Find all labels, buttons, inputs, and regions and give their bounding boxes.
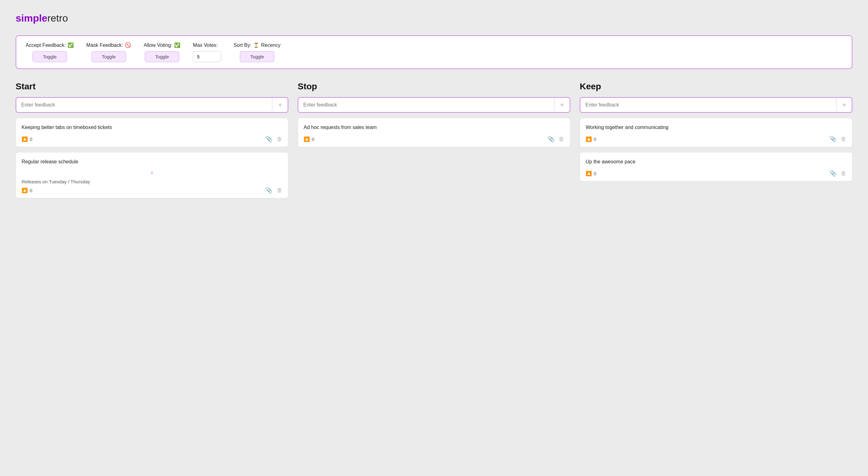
start-card-1-text: Keeping better tabs on timeboxed tickets [22,124,282,131]
vote-up-icon-3: 🔼 [304,136,310,142]
stop-column: Stop + Ad hoc requests from sales team 🔼… [298,81,570,203]
paperclip-icon-5[interactable]: 📎 [830,170,836,177]
sort-by-setting: Sort By: ⏳ Recency Toggle [234,42,280,62]
keep-card-1-actions: 📎 🗑 [830,136,846,142]
start-card-2-text: Regular release schedule [22,158,282,166]
mask-feedback-label: Mask Feedback: 🚫 [86,42,131,48]
accept-feedback-label: Accept Feedback: ✅ [26,42,74,48]
start-add-button[interactable]: + [272,98,288,112]
sort-by-label: Sort By: ⏳ Recency [234,42,280,48]
accept-feedback-icon: ✅ [67,42,74,48]
keep-column: Keep + Working together and communicatin… [580,81,852,203]
stop-card-1-actions: 📎 🗑 [548,136,564,142]
start-card-2-votes: 🔼 0 [22,188,32,193]
trash-icon-2[interactable]: 🗑 [277,187,282,194]
stop-column-title: Stop [298,81,570,92]
sort-by-toggle[interactable]: Toggle [240,51,274,62]
stop-card-1-text: Ad hoc requests from sales team [304,124,564,131]
stop-card-1: Ad hoc requests from sales team 🔼 0 📎 🗑 [298,118,570,147]
vote-up-icon-4: 🔼 [586,136,592,142]
keep-card-1: Working together and communicating 🔼 0 📎… [580,118,852,147]
start-card-1-votes: 🔼 0 [22,136,32,142]
start-column-title: Start [16,81,288,92]
start-card-2-plus: + [22,170,282,176]
vote-up-icon-5: 🔼 [586,171,592,176]
columns-container: Start + Keeping better tabs on timeboxed… [16,81,852,203]
keep-feedback-input[interactable] [580,98,836,112]
start-feedback-input[interactable] [16,98,272,112]
allow-voting-toggle[interactable]: Toggle [145,51,179,62]
accept-feedback-toggle[interactable]: Toggle [33,51,67,62]
accept-feedback-setting: Accept Feedback: ✅ Toggle [26,42,74,62]
stop-feedback-input-row: + [298,97,570,113]
keep-card-2-text: Up the awesome pace [586,158,846,166]
mask-feedback-setting: Mask Feedback: 🚫 Toggle [86,42,131,62]
keep-column-title: Keep [580,81,852,92]
stop-feedback-input[interactable] [298,98,554,112]
start-card-1-actions: 📎 🗑 [266,136,282,142]
app-logo: simpleretro [16,12,852,24]
start-card-2-sub-text: Releases on Tuesday / Thursday [22,179,282,184]
keep-add-button[interactable]: + [836,98,852,112]
vote-up-icon: 🔼 [22,136,28,142]
start-feedback-input-row: + [16,97,288,113]
paperclip-icon[interactable]: 📎 [266,136,272,142]
keep-card-2-votes: 🔼 0 [586,171,596,176]
trash-icon-4[interactable]: 🗑 [841,136,846,142]
start-column: Start + Keeping better tabs on timeboxed… [16,81,288,203]
mask-feedback-icon: 🚫 [125,42,131,48]
start-card-2-footer: 🔼 0 📎 🗑 [22,187,282,194]
allow-voting-icon: ✅ [174,42,180,48]
keep-card-1-text: Working together and communicating [586,124,846,131]
allow-voting-label: Allow Voting: ✅ [144,42,180,48]
max-votes-setting: Max Votes: [193,42,221,62]
vote-up-icon-2: 🔼 [22,188,28,193]
start-card-2-actions: 📎 🗑 [266,187,282,194]
mask-feedback-toggle[interactable]: Toggle [92,51,126,62]
sort-by-icon: ⏳ [253,42,259,48]
max-votes-input[interactable] [193,51,221,62]
start-card-1-footer: 🔼 0 📎 🗑 [22,136,282,142]
keep-card-2-actions: 📎 🗑 [830,170,846,177]
stop-card-1-footer: 🔼 0 📎 🗑 [304,136,564,142]
start-card-2: Regular release schedule + Releases on T… [16,152,288,198]
trash-icon-3[interactable]: 🗑 [559,136,564,142]
allow-voting-setting: Allow Voting: ✅ Toggle [144,42,180,62]
settings-bar: Accept Feedback: ✅ Toggle Mask Feedback:… [16,35,852,69]
trash-icon[interactable]: 🗑 [277,136,282,142]
max-votes-label: Max Votes: [193,42,218,48]
stop-card-1-votes: 🔼 0 [304,136,314,142]
keep-feedback-input-row: + [580,97,852,113]
trash-icon-5[interactable]: 🗑 [841,170,846,177]
logo-retro: retro [47,12,68,24]
keep-card-1-footer: 🔼 0 📎 🗑 [586,136,846,142]
paperclip-icon-2[interactable]: 📎 [266,187,272,194]
keep-card-1-votes: 🔼 0 [586,136,596,142]
paperclip-icon-3[interactable]: 📎 [548,136,554,142]
keep-card-2: Up the awesome pace 🔼 0 📎 🗑 [580,152,852,181]
keep-card-2-footer: 🔼 0 📎 🗑 [586,170,846,177]
logo-simple: simple [16,12,47,24]
start-card-1: Keeping better tabs on timeboxed tickets… [16,118,288,147]
paperclip-icon-4[interactable]: 📎 [830,136,836,142]
stop-add-button[interactable]: + [554,98,570,112]
